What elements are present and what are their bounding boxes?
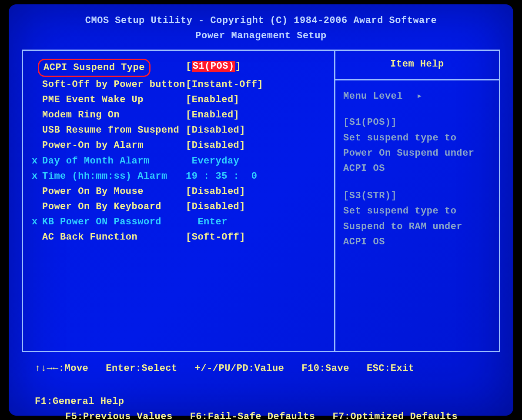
main-panel: ACPI Suspend Type[S1(POS)]Soft-Off by Po… [22, 50, 500, 352]
setting-row: xKB Power ON Password Enter [32, 214, 330, 230]
help-panel: Item Help Menu Level ▸ [S1(POS)]Set susp… [335, 51, 499, 351]
setting-value: [Disabled] [186, 123, 245, 138]
setting-row: xDay of Month Alarm Everyday [32, 153, 330, 169]
setting-value: [S1(POS)] [186, 59, 241, 77]
help-text: [S1(POS)]Set suspend type to Power On Su… [343, 115, 491, 250]
bios-screen: CMOS Setup Utility - Copyright (C) 1984-… [9, 4, 513, 416]
key-hint: F10:Save [301, 361, 349, 376]
setting-value: [Enabled] [186, 92, 239, 107]
setting-row[interactable]: Power On By Mouse[Disabled] [32, 184, 330, 199]
footer-hints: ↑↓→←:MoveEnter:Select+/-/PU/PD:ValueF10:… [22, 361, 500, 420]
disabled-marker [32, 92, 42, 107]
setting-row[interactable]: PME Event Wake Up[Enabled] [32, 92, 330, 107]
chevron-right-icon: ▸ [417, 90, 423, 102]
setting-label: Power On By Keyboard [42, 199, 186, 214]
setting-value: 19 : 35 : 0 [186, 169, 257, 184]
setting-value: [Disabled] [186, 138, 245, 153]
help-block-body: Set suspend type to Power On Suspend und… [343, 130, 491, 177]
setting-label: PME Event Wake Up [42, 92, 186, 107]
setting-label: ACPI Suspend Type [42, 59, 186, 77]
settings-list: ACPI Suspend Type[S1(POS)]Soft-Off by Po… [23, 51, 335, 351]
setting-row: xTime (hh:mm:ss) Alarm19 : 35 : 0 [32, 169, 330, 184]
help-block: [S1(POS)]Set suspend type to Power On Su… [343, 115, 491, 176]
key-hint: F6:Fail-Safe Defaults [190, 409, 315, 420]
disabled-marker [32, 230, 42, 245]
setting-row[interactable]: Power On By Keyboard[Disabled] [32, 199, 330, 214]
setting-value: [Instant-Off] [186, 77, 263, 92]
disabled-marker [32, 184, 42, 199]
setting-row[interactable]: Modem Ring On[Enabled] [32, 107, 330, 123]
setting-row[interactable]: Soft-Off by Power button[Instant-Off] [32, 77, 330, 92]
setting-row[interactable]: Power-On by Alarm[Disabled] [32, 138, 330, 153]
help-block-head: [S1(POS)] [343, 115, 491, 130]
key-hint: ↑↓→←:Move [35, 361, 88, 376]
setting-label: KB Power ON Password [42, 214, 186, 230]
setting-label: Day of Month Alarm [42, 153, 186, 169]
selected-value[interactable]: S1(POS) [192, 61, 235, 72]
setting-label: Soft-Off by Power button [42, 77, 186, 92]
header: CMOS Setup Utility - Copyright (C) 1984-… [22, 13, 500, 43]
key-hint: Enter:Select [106, 361, 177, 376]
setting-label: AC Back Function [42, 230, 186, 245]
menu-level-label: Menu Level [343, 91, 403, 102]
key-hint: F7:Optimized Defaults [332, 409, 458, 420]
setting-value: [Disabled] [186, 199, 245, 214]
disabled-marker: x [32, 153, 42, 169]
setting-value: [Disabled] [186, 184, 245, 199]
footer-line-2: F5:Previous ValuesF6:Fail-Safe DefaultsF… [35, 409, 487, 420]
header-line1: CMOS Setup Utility - Copyright (C) 1984-… [22, 13, 500, 28]
setting-value: Enter [186, 214, 228, 230]
setting-label: Power On By Mouse [42, 184, 186, 199]
menu-level: Menu Level ▸ [343, 90, 491, 102]
setting-row[interactable]: USB Resume from Suspend[Disabled] [32, 123, 330, 138]
key-hint: F5:Previous Values [65, 409, 173, 420]
setting-value: [Enabled] [186, 107, 239, 123]
disabled-marker [32, 123, 42, 138]
help-title: Item Help [335, 59, 499, 80]
setting-label: Time (hh:mm:ss) Alarm [42, 169, 186, 184]
setting-row[interactable]: ACPI Suspend Type[S1(POS)] [32, 59, 330, 77]
key-hint: +/-/PU/PD:Value [195, 361, 284, 376]
disabled-marker [32, 138, 42, 153]
setting-label: Modem Ring On [42, 107, 186, 123]
key-hint: ESC:Exit [367, 361, 415, 376]
footer-line-1: ↑↓→←:MoveEnter:Select+/-/PU/PD:ValueF10:… [35, 361, 487, 409]
setting-label: USB Resume from Suspend [42, 123, 186, 138]
key-hint: F1:General Help [35, 394, 124, 409]
help-block-body: Set suspend type to Suspend to RAM under… [343, 203, 491, 250]
disabled-marker [32, 77, 42, 92]
setting-value: [Soft-Off] [186, 230, 245, 245]
setting-row[interactable]: AC Back Function[Soft-Off] [32, 230, 330, 245]
header-line2: Power Management Setup [22, 28, 500, 43]
help-block-head: [S3(STR)] [343, 188, 491, 203]
disabled-marker: x [32, 169, 42, 184]
help-block: [S3(STR)]Set suspend type to Suspend to … [343, 188, 491, 250]
disabled-marker [32, 199, 42, 214]
setting-value: Everyday [186, 153, 239, 169]
setting-label: Power-On by Alarm [42, 138, 186, 153]
disabled-marker [32, 107, 42, 123]
disabled-marker: x [32, 214, 42, 230]
